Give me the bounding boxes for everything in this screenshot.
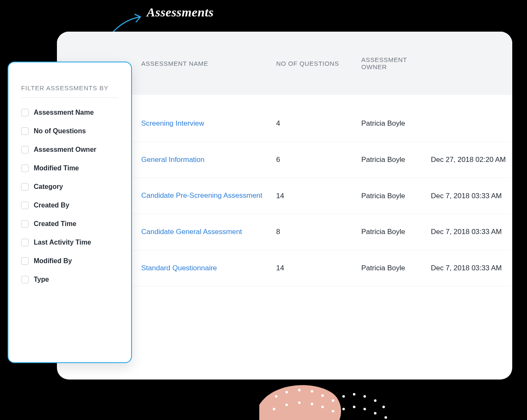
filter-item-created-time[interactable]: Created Time	[21, 220, 118, 228]
filter-item-label: Modified Time	[34, 164, 79, 172]
svg-point-21	[384, 416, 387, 419]
checkbox-icon[interactable]	[21, 239, 29, 246]
column-header-questions[interactable]: NO OF QUESTIONS	[276, 60, 361, 67]
filter-item-label: No of Questions	[34, 127, 86, 135]
cell-questions: 8	[276, 228, 361, 236]
svg-point-0	[275, 395, 277, 398]
cell-questions: 14	[276, 264, 361, 272]
cell-owner: Patricia Boyle	[361, 156, 431, 164]
assessment-name-link[interactable]: General Information	[141, 155, 276, 165]
svg-point-10	[321, 406, 324, 408]
filter-item-created-by[interactable]: Created By	[21, 202, 118, 209]
filter-item-label: Category	[34, 183, 63, 191]
checkbox-icon[interactable]	[21, 202, 29, 209]
filter-item-label: Type	[34, 276, 49, 283]
svg-point-9	[311, 403, 313, 405]
svg-point-17	[342, 408, 345, 410]
svg-point-8	[298, 401, 301, 404]
svg-point-14	[363, 395, 366, 398]
assessment-name-link[interactable]: Candidate Pre-Screening Assessment	[141, 191, 276, 201]
assessment-name-link[interactable]: Candidate General Assessment	[141, 227, 276, 237]
filter-item-label: Assessment Name	[34, 109, 94, 116]
checkbox-icon[interactable]	[21, 257, 29, 265]
filter-item-last-activity-time[interactable]: Last Activity Time	[21, 239, 118, 246]
cell-questions: 14	[276, 192, 361, 200]
cell-owner: Patricia Boyle	[361, 119, 431, 128]
svg-point-18	[353, 406, 355, 408]
svg-point-15	[374, 399, 376, 402]
cell-time: Dec 27, 2018 02:20 AM	[431, 156, 512, 164]
svg-point-11	[332, 410, 334, 412]
cell-questions: 4	[276, 119, 361, 128]
checkbox-icon[interactable]	[21, 220, 29, 228]
checkbox-icon[interactable]	[21, 276, 29, 283]
svg-point-20	[374, 412, 376, 415]
svg-point-2	[298, 389, 301, 391]
filter-panel-title: FILTER ASSESSMENTS BY	[21, 84, 118, 98]
filter-item-label: Created By	[34, 202, 69, 209]
svg-point-13	[353, 393, 355, 396]
cell-time: Dec 7, 2018 03:33 AM	[431, 228, 512, 236]
filter-item-label: Last Activity Time	[34, 239, 91, 246]
svg-point-19	[363, 408, 366, 410]
cell-owner: Patricia Boyle	[361, 192, 431, 200]
svg-point-5	[332, 399, 334, 402]
filter-item-assessment-name[interactable]: Assessment Name	[21, 109, 118, 116]
filter-item-type[interactable]: Type	[21, 276, 118, 283]
svg-point-16	[382, 406, 385, 408]
cell-questions: 6	[276, 156, 361, 164]
filter-item-label: Modified By	[34, 257, 72, 265]
svg-point-12	[342, 395, 345, 398]
checkbox-icon[interactable]	[21, 164, 29, 172]
assessment-name-link[interactable]: Standard Questionnaire	[141, 263, 276, 274]
filter-item-modified-time[interactable]: Modified Time	[21, 164, 118, 172]
column-header-name[interactable]: ASSESSMENT NAME	[141, 60, 276, 67]
svg-point-7	[285, 404, 288, 406]
svg-point-1	[285, 391, 288, 393]
filter-panel: FILTER ASSESSMENTS BY Assessment Name No…	[8, 62, 132, 363]
assessment-name-link[interactable]: Screening Interview	[141, 118, 276, 129]
column-header-owner[interactable]: ASSESSMENT OWNER	[361, 56, 431, 70]
decorative-blob-icon	[259, 380, 394, 420]
checkbox-icon[interactable]	[21, 109, 29, 116]
cell-owner: Patricia Boyle	[361, 264, 431, 272]
filter-item-modified-by[interactable]: Modified By	[21, 257, 118, 265]
cell-time: Dec 7, 2018 03:33 AM	[431, 192, 512, 200]
filter-item-no-of-questions[interactable]: No of Questions	[21, 127, 118, 135]
svg-point-3	[311, 390, 313, 393]
filter-item-label: Assessment Owner	[34, 146, 97, 153]
cell-time: Dec 7, 2018 03:33 AM	[431, 264, 512, 272]
cell-owner: Patricia Boyle	[361, 228, 431, 236]
checkbox-icon[interactable]	[21, 146, 29, 153]
checkbox-icon[interactable]	[21, 127, 29, 135]
filter-item-label: Created Time	[34, 220, 76, 228]
filter-item-category[interactable]: Category	[21, 183, 118, 191]
svg-point-4	[321, 394, 324, 397]
checkbox-icon[interactable]	[21, 183, 29, 191]
filter-item-assessment-owner[interactable]: Assessment Owner	[21, 146, 118, 153]
annotation-label: Assessments	[147, 5, 214, 19]
svg-point-6	[273, 408, 275, 410]
